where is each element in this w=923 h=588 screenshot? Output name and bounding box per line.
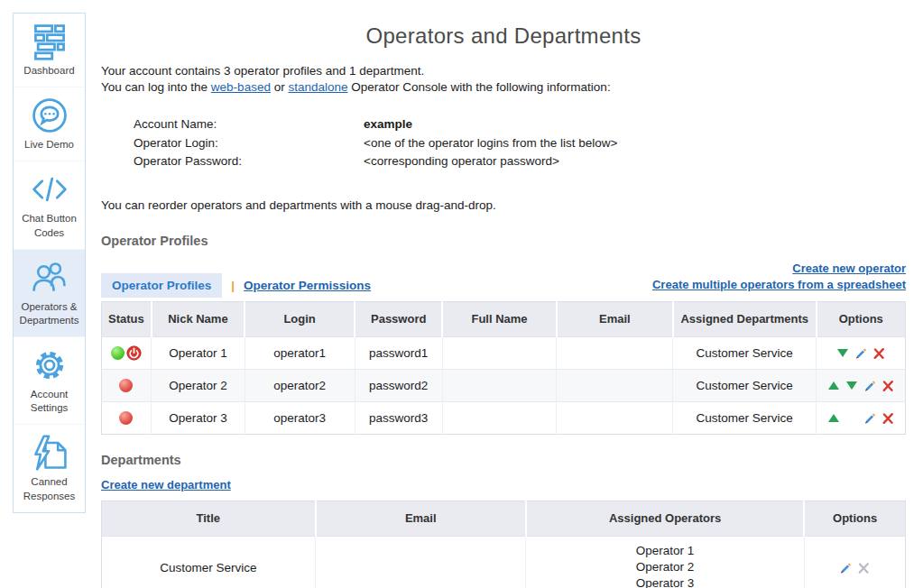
create-new-operator-link[interactable]: Create new operator (652, 261, 906, 277)
column-header-email: Email (316, 501, 526, 536)
email-cell (557, 401, 673, 434)
edit-pencil-icon (839, 561, 853, 575)
login-cell: operator3 (245, 401, 355, 434)
tab-operator-permissions[interactable]: Operator Permissions (244, 279, 371, 292)
sidebar-item-live-demo[interactable]: Live Demo (14, 87, 85, 161)
arrow-up-icon (828, 414, 839, 422)
edit-operator-button[interactable] (863, 380, 877, 391)
column-header-nick-name: Nick Name (152, 301, 245, 336)
power-logout-icon[interactable] (126, 345, 142, 361)
move-up-button[interactable] (827, 412, 841, 424)
standalone-link[interactable]: standalone (288, 80, 347, 94)
assigned-operator: Operator 3 (527, 575, 802, 588)
sidebar-item-chat-button-codes[interactable]: Chat Button Codes (14, 161, 85, 248)
options-cell (804, 536, 905, 588)
status-cell (102, 369, 152, 401)
move-down-button[interactable] (845, 380, 859, 391)
column-header-login: Login (245, 301, 355, 336)
edit-operator-button[interactable] (854, 347, 868, 359)
empty-slot (845, 412, 859, 424)
departments-heading: Departments (101, 453, 906, 467)
web-based-link[interactable]: web-based (211, 80, 271, 94)
operators-tabbar: Operator Profiles | Operator Permissions… (101, 261, 906, 298)
delete-department-button-disabled (857, 562, 871, 574)
status-cell (102, 401, 152, 434)
sidebar-item-dashboard[interactable]: Dashboard (14, 14, 85, 87)
account-name-label: Account Name: (134, 115, 364, 134)
move-down-button[interactable] (836, 347, 850, 359)
table-row-operator-3: Operator 3 operator3 password3 Customer … (102, 401, 906, 434)
operator-login-label: Operator Login: (134, 134, 364, 153)
full-name-cell (442, 401, 557, 434)
create-multiple-operators-link[interactable]: Create multiple operators from a spreads… (652, 277, 906, 293)
email-cell (557, 369, 673, 401)
dashboard-icon (30, 22, 69, 61)
delete-x-disabled-icon (857, 562, 870, 574)
status-offline-icon (119, 379, 133, 392)
sidebar-item-canned-responses[interactable]: Canned Responses (14, 424, 85, 511)
nick-name-cell: Operator 1 (152, 336, 245, 369)
intro-line2: You can log into the web-based or standa… (101, 79, 906, 96)
sidebar-item-label: Canned Responses (16, 475, 82, 502)
account-name-value: example (364, 115, 412, 134)
credential-row: Operator Login: <one of the operator log… (134, 134, 906, 153)
reorder-note: You can reorder operators and department… (101, 198, 906, 212)
operator-login-value: <one of the operator logins from the lis… (364, 134, 617, 153)
status-cell (102, 336, 152, 369)
tab-operator-profiles[interactable]: Operator Profiles (101, 273, 222, 298)
email-cell (557, 336, 673, 369)
password-cell: password2 (355, 369, 442, 401)
table-row-operator-2: Operator 2 operator2 password2 Customer … (102, 369, 906, 401)
operators-departments-icon (30, 258, 69, 298)
login-cell: operator2 (245, 369, 355, 401)
credential-row: Operator Password: <corresponding operat… (134, 152, 906, 171)
column-header-full-name: Full Name (442, 301, 557, 336)
tab-separator: | (231, 279, 235, 292)
canned-responses-icon (30, 433, 69, 473)
page-title: Operators and Departments (101, 23, 906, 49)
nick-name-cell: Operator 3 (152, 401, 245, 434)
arrow-up-icon (828, 381, 839, 390)
create-links: Create new operator Create multiple oper… (652, 261, 906, 298)
sidebar-item-label: Operators & Departments (16, 300, 82, 327)
column-header-status: Status (102, 301, 152, 336)
delete-x-icon (872, 347, 885, 360)
sidebar-item-label: Live Demo (16, 138, 82, 152)
assigned-operators-cell: Operator 1 Operator 2 Operator 3 (526, 536, 804, 588)
edit-operator-button[interactable] (863, 412, 877, 424)
delete-operator-button[interactable] (881, 412, 895, 424)
sidebar-item-account-settings[interactable]: Account Settings (14, 336, 85, 424)
column-header-title: Title (102, 501, 316, 536)
arrow-down-icon (846, 381, 857, 390)
status-online-icon (111, 346, 125, 360)
move-up-button[interactable] (827, 380, 841, 391)
options-cell (817, 401, 906, 434)
login-cell: operator1 (245, 336, 355, 369)
column-header-email: Email (557, 301, 673, 336)
edit-department-button[interactable] (839, 562, 853, 574)
assigned-departments-cell: Customer Service (673, 401, 817, 434)
delete-operator-button[interactable] (872, 347, 886, 359)
department-email-cell (316, 536, 526, 588)
tabs: Operator Profiles | Operator Permissions (101, 273, 371, 298)
intro-line2-mid: or (271, 80, 289, 94)
credentials-block: Account Name: example Operator Login: <o… (134, 115, 906, 171)
departments-header-row: Title Email Assigned Operators Options (102, 501, 906, 536)
options-cell (817, 369, 906, 401)
sidebar-item-label: Account Settings (16, 388, 82, 415)
column-header-options: Options (817, 301, 906, 336)
password-cell: password1 (355, 336, 442, 369)
status-offline-icon (119, 411, 133, 425)
main-content: Operators and Departments Your account c… (101, 0, 906, 588)
create-new-department-link[interactable]: Create new department (101, 478, 231, 492)
sidebar-item-operators-departments[interactable]: Operators & Departments (14, 249, 85, 336)
edit-pencil-icon (863, 411, 877, 426)
column-header-assigned-operators: Assigned Operators (526, 501, 804, 536)
assigned-departments-cell: Customer Service (673, 336, 817, 369)
full-name-cell (442, 336, 557, 369)
delete-x-icon (881, 380, 894, 392)
operator-profiles-heading: Operator Profiles (101, 234, 906, 248)
delete-operator-button[interactable] (881, 380, 895, 391)
edit-pencil-icon (854, 346, 868, 361)
intro-line1: Your account contains 3 operator profile… (101, 63, 906, 79)
